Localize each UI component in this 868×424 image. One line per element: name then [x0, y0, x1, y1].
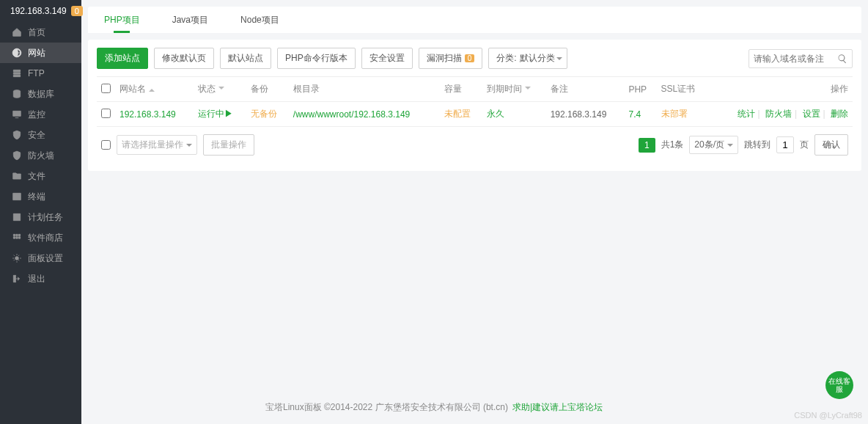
tab-0[interactable]: PHP项目 [88, 7, 156, 33]
logout-icon [12, 274, 22, 284]
sidebar-item-label: 防火墙 [28, 150, 54, 162]
col-remark: 备注 [546, 77, 625, 102]
search-button[interactable] [833, 54, 852, 64]
monitor-icon [12, 109, 22, 120]
vuln-scan-button[interactable]: 漏洞扫描 0 [419, 48, 483, 69]
add-site-button[interactable]: 添加站点 [97, 48, 148, 69]
jump-label: 跳转到 [744, 139, 770, 151]
security-button[interactable]: 安全设置 [361, 48, 413, 69]
sidebar-item-home[interactable]: 首页 [0, 22, 81, 43]
search-box [749, 49, 853, 68]
search-icon [837, 54, 847, 64]
col-status[interactable]: 状态 [194, 77, 246, 102]
category-dropdown[interactable]: 分类: 默认分类 [488, 48, 567, 69]
default-site-button[interactable]: 默认站点 [220, 48, 271, 69]
op-del[interactable]: 删除 [831, 109, 848, 119]
per-page-select[interactable]: 20条/页 [689, 136, 738, 154]
page-suffix: 页 [800, 139, 809, 151]
online-support-fab[interactable]: 在线客服 [825, 371, 853, 399]
tabs: PHP项目Java项目Node项目 [88, 7, 861, 33]
col-root: 根目录 [289, 77, 440, 102]
php-value[interactable]: 7.4 [628, 109, 641, 120]
jump-confirm-button[interactable]: 确认 [814, 134, 848, 156]
root-link[interactable]: /www/wwwroot/192.168.3.149 [293, 109, 410, 120]
search-input[interactable] [749, 51, 833, 67]
category-prefix: 分类: [496, 52, 516, 65]
settings-icon [12, 253, 22, 263]
page-current[interactable]: 1 [639, 138, 655, 153]
sidebar-header: 192.168.3.149 0 [0, 0, 81, 22]
database-icon [12, 89, 22, 99]
watermark: CSDN @LyCraft98 [794, 411, 862, 420]
php-cli-button[interactable]: PHP命令行版本 [277, 48, 356, 69]
batch-checkbox[interactable] [101, 140, 111, 150]
col-php: PHP [624, 77, 656, 102]
site-table: 网站名 状态 备份 根目录 容量 到期时间 备注 PHP SSL证书 操作 19… [97, 76, 853, 127]
firewall-icon [12, 150, 22, 161]
batch-row: 请选择批量操作 批量操作 1 共1条 20条/页 跳转到 页 确认 [97, 127, 853, 163]
col-ssl: SSL证书 [657, 77, 709, 102]
sidebar-item-terminal[interactable]: 终端 [0, 186, 81, 207]
batch-select[interactable]: 请选择批量操作 [117, 135, 197, 155]
site-panel: 添加站点 修改默认页 默认站点 PHP命令行版本 安全设置 漏洞扫描 0 分类:… [88, 40, 861, 171]
col-capacity: 容量 [440, 77, 482, 102]
sidebar-item-monitor[interactable]: 监控 [0, 104, 81, 125]
op-waf[interactable]: 防火墙 [765, 109, 792, 119]
sidebar-item-label: 终端 [28, 191, 45, 203]
pager: 1 共1条 20条/页 跳转到 页 确认 [639, 134, 848, 156]
sidebar-item-label: 计划任务 [28, 211, 63, 224]
sidebar-item-firewall[interactable]: 防火墙 [0, 145, 81, 166]
sidebar-item-label: FTP [28, 68, 45, 78]
row-checkbox[interactable] [101, 109, 111, 118]
site-name-link[interactable]: 192.168.3.149 [119, 109, 176, 120]
server-ip: 192.168.3.149 [10, 6, 67, 16]
tab-2[interactable]: Node项目 [224, 7, 295, 33]
sidebar-item-database[interactable]: 数据库 [0, 84, 81, 104]
sidebar-item-logout[interactable]: 退出 [0, 268, 81, 289]
home-icon [12, 27, 22, 37]
op-set[interactable]: 设置 [803, 109, 820, 119]
remark-value[interactable]: 192.168.3.149 [551, 109, 607, 120]
terminal-icon [12, 191, 22, 202]
col-backup: 备份 [246, 77, 289, 102]
sidebar-item-label: 退出 [28, 273, 45, 285]
op-stat[interactable]: 统计 [738, 109, 755, 119]
sidebar-item-label: 首页 [28, 26, 45, 39]
modify-default-button[interactable]: 修改默认页 [154, 48, 214, 69]
capacity-value[interactable]: 未配置 [444, 109, 471, 119]
sidebar-item-settings[interactable]: 面板设置 [0, 248, 81, 268]
ssl-value[interactable]: 未部署 [661, 109, 688, 119]
jump-input[interactable] [776, 136, 794, 153]
category-value: 默认分类 [520, 52, 555, 65]
sidebar-item-folder[interactable]: 文件 [0, 166, 81, 186]
sidebar-item-label: 网站 [28, 47, 45, 59]
footer: 宝塔Linux面板 ©2014-2022 广东堡塔安全技术有限公司 (bt.cn… [265, 401, 603, 414]
vuln-scan-label: 漏洞扫描 [427, 52, 462, 65]
sidebar-item-ftp[interactable]: FTP [0, 63, 81, 84]
sidebar-item-label: 安全 [28, 129, 45, 142]
col-ops: 操作 [708, 77, 853, 102]
tab-1[interactable]: Java项目 [156, 7, 224, 33]
globe-icon [12, 48, 22, 58]
sidebar-item-label: 面板设置 [28, 252, 63, 265]
sidebar: 192.168.3.149 0 首页网站FTP数据库监控安全防火墙文件终端计划任… [0, 0, 81, 424]
sidebar-item-label: 数据库 [28, 88, 54, 100]
store-icon [12, 233, 22, 243]
sidebar-item-task[interactable]: 计划任务 [0, 207, 81, 227]
backup-value[interactable]: 无备份 [251, 109, 277, 119]
sidebar-item-globe[interactable]: 网站 [0, 43, 81, 63]
col-expire[interactable]: 到期时间 [482, 77, 546, 102]
batch-exec-button[interactable]: 批量操作 [203, 134, 254, 156]
task-icon [12, 212, 22, 222]
select-all-checkbox[interactable] [101, 84, 111, 93]
folder-icon [12, 171, 22, 181]
col-name[interactable]: 网站名 [115, 77, 194, 102]
sidebar-item-shield[interactable]: 安全 [0, 125, 81, 145]
main: PHP项目Java项目Node项目 添加站点 修改默认页 默认站点 PHP命令行… [81, 0, 868, 424]
footer-text: 宝塔Linux面板 ©2014-2022 广东堡塔安全技术有限公司 (bt.cn… [265, 401, 508, 414]
status-value[interactable]: 运行中▶ [198, 109, 233, 119]
sidebar-item-label: 监控 [28, 109, 45, 121]
sidebar-item-store[interactable]: 软件商店 [0, 227, 81, 248]
footer-help-link[interactable]: 求助|建议请上宝塔论坛 [512, 401, 603, 414]
expire-value[interactable]: 永久 [487, 109, 504, 119]
